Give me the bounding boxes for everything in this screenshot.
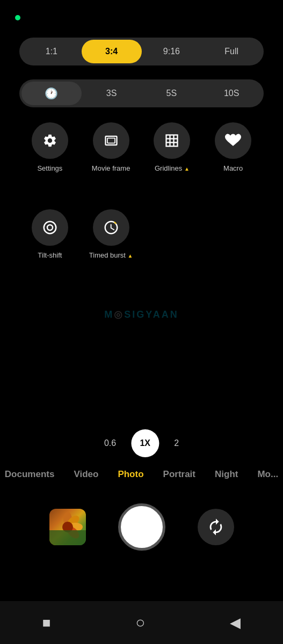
zoom-1x[interactable]: 1X <box>131 429 159 457</box>
aspect-ratio-3-4[interactable]: 3:4 <box>82 40 142 63</box>
mode-more[interactable]: Mo... <box>248 469 283 480</box>
nav-circle-icon[interactable]: ○ <box>135 613 145 632</box>
timer-clock[interactable]: 🕐 <box>21 82 82 105</box>
aspect-ratio-full[interactable]: Full <box>201 40 262 63</box>
svg-point-7 <box>44 222 56 234</box>
feature-tilt-shift[interactable]: Tilt-shift <box>19 209 81 259</box>
camera-modes: Documents Video Photo Portrait Night Mo.… <box>0 469 283 480</box>
navigation-bar: ■ ○ ◀ <box>0 601 283 644</box>
mode-photo[interactable]: Photo <box>108 469 153 480</box>
svg-point-8 <box>47 225 53 230</box>
zoom-0-6[interactable]: 0.6 <box>104 438 116 448</box>
svg-rect-14 <box>49 530 86 545</box>
watermark: M◎SIGYAAN <box>104 309 178 320</box>
timer-5s[interactable]: 5S <box>142 82 202 105</box>
feature-timed-burst[interactable]: Timed burst ▲ <box>81 209 142 259</box>
zoom-controls: 0.6 1X 2 <box>104 429 179 457</box>
mode-portrait[interactable]: Portrait <box>154 469 205 480</box>
gridlines-label: Gridlines ▲ <box>155 164 190 172</box>
settings-label: Settings <box>37 164 62 172</box>
macro-label: Macro <box>223 164 243 172</box>
feature-settings[interactable]: Settings <box>19 122 81 172</box>
timed-burst-icon-circle <box>93 209 129 246</box>
movie-frame-icon-circle <box>93 122 129 159</box>
tilt-shift-label: Tilt-shift <box>38 251 62 259</box>
mode-documents[interactable]: Documents <box>0 469 64 480</box>
aspect-ratio-1-1[interactable]: 1:1 <box>21 40 82 63</box>
feature-gridlines[interactable]: Gridlines ▲ <box>142 122 203 172</box>
feature-macro[interactable]: Macro <box>202 122 264 172</box>
feature-grid-row1: Settings Movie frame Gridlines ▲ <box>19 122 264 172</box>
gallery-thumbnail[interactable] <box>49 509 86 545</box>
svg-rect-1 <box>107 138 115 143</box>
mode-video[interactable]: Video <box>64 469 108 480</box>
clock-icon: 🕐 <box>45 87 58 100</box>
aspect-ratio-9-16[interactable]: 9:16 <box>142 40 202 63</box>
zoom-2[interactable]: 2 <box>174 438 179 448</box>
feature-grid-row2: Tilt-shift Timed burst ▲ <box>19 209 264 259</box>
nav-back-icon[interactable]: ◀ <box>230 614 241 631</box>
bottom-controls <box>0 503 283 551</box>
aspect-ratio-bar: 1:1 3:4 9:16 Full <box>19 38 264 65</box>
flip-camera-button[interactable] <box>198 509 234 545</box>
movie-frame-label: Movie frame <box>92 164 130 172</box>
status-indicator <box>15 15 20 20</box>
tilt-shift-icon-circle <box>32 209 68 246</box>
svg-rect-2 <box>166 135 178 147</box>
timer-10s[interactable]: 10S <box>201 82 262 105</box>
shutter-button[interactable] <box>118 503 165 551</box>
mode-night[interactable]: Night <box>205 469 248 480</box>
gridlines-icon-circle <box>154 122 190 159</box>
nav-square-icon[interactable]: ■ <box>42 614 51 631</box>
timer-bar: 🕐 3S 5S 10S <box>19 79 264 107</box>
timed-burst-label: Timed burst ▲ <box>89 251 133 259</box>
feature-movie-frame[interactable]: Movie frame <box>81 122 142 172</box>
timer-3s[interactable]: 3S <box>82 82 142 105</box>
shutter-inner <box>121 507 162 547</box>
macro-icon-circle <box>215 122 251 159</box>
settings-icon-circle <box>32 122 68 159</box>
